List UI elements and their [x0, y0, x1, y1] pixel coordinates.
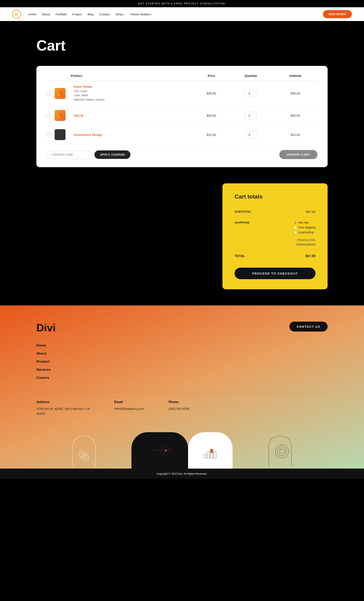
product-name-1: Extra Theme: [74, 85, 194, 88]
col-remove: [47, 74, 55, 81]
nav-cta-button[interactable]: OUR WORK: [323, 10, 352, 18]
page-header: Cart: [0, 21, 364, 66]
product-thumb-1: [55, 88, 66, 99]
qty-input-3[interactable]: [245, 131, 257, 138]
svg-point-12: [166, 450, 166, 451]
footer-nav: Home About Product Services Careers: [36, 343, 328, 380]
cart-actions: APPLY COUPON UPDATE CART: [47, 150, 317, 159]
svg-rect-13: [204, 454, 206, 458]
product-thumb-2: [55, 110, 66, 121]
footer-divider: [36, 392, 328, 392]
product-price-3: $12.00: [194, 125, 228, 144]
total-row: TOTAL $67.00: [235, 250, 315, 262]
footer-phone-block: Phone (255) 352-6258: [169, 400, 190, 416]
total-label: TOTAL: [235, 254, 245, 258]
product-meta-1: Size: smallColor: blackMaterials: leathe…: [74, 89, 194, 102]
nav-portfolio[interactable]: Portfolio: [56, 12, 67, 16]
illustration-4: [233, 432, 328, 469]
phone-heading: Phone: [169, 400, 190, 404]
svg-rect-14: [207, 452, 210, 458]
product-price-1: $35.00: [194, 81, 228, 106]
email-text: hello@diviagency.com: [114, 406, 144, 411]
footer-nav-careers[interactable]: Careers: [36, 376, 328, 380]
cart-table: Product Price Quantity Subtotal ×: [47, 74, 317, 144]
page-title: Cart: [36, 37, 328, 54]
footer-nav-services[interactable]: Services: [36, 368, 328, 372]
cart-row-1: × Extra Theme Size: smallColor: blackMat…: [47, 81, 317, 106]
nav-logo[interactable]: D: [12, 10, 21, 19]
product-name-3: Ecommerce Design: [74, 133, 194, 136]
cart-row-2: × Divi AI $20.00 $20.00: [47, 106, 317, 125]
total-value: $67.00: [305, 254, 315, 258]
shipping-options: Flat rate Free shipping Local pickup: [294, 221, 315, 234]
shipping-flat[interactable]: Flat rate: [294, 221, 315, 224]
footer-nav-home[interactable]: Home: [36, 343, 328, 348]
coupon-input[interactable]: [47, 150, 92, 159]
product-subtotal-3: $12.00: [273, 125, 317, 144]
remove-item-3[interactable]: ×: [47, 132, 52, 137]
update-cart-button[interactable]: UPDATE CART: [279, 150, 317, 159]
nav-left: D Home About Portfolio Project Blog Cont…: [12, 10, 152, 19]
qty-input-2[interactable]: [245, 112, 257, 119]
nav-project[interactable]: Project: [72, 12, 82, 16]
nav-shop[interactable]: Shop: [115, 12, 124, 16]
shipping-free[interactable]: Free shipping: [294, 226, 315, 229]
svg-rect-7: [83, 455, 88, 461]
remove-item-1[interactable]: ×: [47, 91, 52, 96]
svg-point-20: [280, 449, 284, 454]
shipping-label: SHIPPING: [235, 221, 250, 234]
cart-section: Product Price Quantity Subtotal ×: [0, 66, 364, 183]
subtotal-label: SUBTOTAL: [235, 210, 251, 213]
change-address-link[interactable]: Change address: [296, 243, 315, 246]
nav-theme-builder[interactable]: Theme Builder: [130, 12, 152, 16]
footer: Divi CONTACT US Home About Product Servi…: [0, 305, 364, 469]
nav-home[interactable]: Home: [28, 12, 36, 16]
footer-nav-about[interactable]: About: [36, 351, 328, 356]
footer-illustrations: [36, 428, 328, 469]
qty-input-1[interactable]: [245, 90, 257, 97]
cart-totals-section: Cart totals SUBTOTAL $67.00 SHIPPING Fla…: [0, 183, 364, 305]
col-image: [55, 74, 71, 81]
svg-rect-16: [210, 449, 213, 453]
shipping-pickup-radio[interactable]: [294, 231, 297, 234]
svg-rect-1: [59, 91, 62, 95]
illustration-3: [188, 432, 233, 469]
cart-row-3: × Ecommerce Design $12.00 $12.00: [47, 125, 317, 144]
col-price: Price: [194, 74, 228, 81]
svg-rect-17: [213, 452, 216, 458]
product-subtotal-1: $35.00: [273, 81, 317, 106]
product-info-1: Extra Theme Size: smallColor: blackMater…: [71, 85, 194, 102]
col-product: Product: [71, 74, 194, 81]
navigation: D Home About Portfolio Project Blog Cont…: [0, 7, 364, 21]
copyright-bar: Copyright © 2023 Divi. All Rights Reserv…: [0, 469, 364, 479]
product-price-2: $20.00: [194, 106, 228, 125]
footer-email-block: Email hello@diviagency.com: [114, 400, 144, 416]
svg-rect-6: [81, 453, 86, 459]
cart-table-wrapper: Product Price Quantity Subtotal ×: [36, 66, 328, 167]
footer-info: Address 1234 Divi St. #1000, San Francis…: [36, 400, 328, 416]
nav-contact[interactable]: Contact: [99, 12, 110, 16]
shipping-pickup[interactable]: Local pickup: [294, 231, 315, 234]
cart-totals-box: Cart totals SUBTOTAL $67.00 SHIPPING Fla…: [222, 183, 328, 289]
apply-coupon-button[interactable]: APPLY COUPON: [94, 150, 131, 159]
product-thumb-3: [55, 129, 66, 140]
copyright-text: Copyright © 2023 Divi. All Rights Reserv…: [157, 472, 207, 475]
shipping-note: Shipping to CA. Change address: [235, 238, 315, 246]
shipping-flat-radio[interactable]: [294, 221, 297, 224]
illustration-1: [36, 432, 131, 469]
svg-rect-5: [79, 451, 84, 457]
remove-item-2[interactable]: ×: [47, 113, 52, 118]
product-info-2: Divi AI: [71, 114, 194, 117]
email-heading: Email: [114, 400, 144, 404]
coupon-area: APPLY COUPON: [47, 150, 131, 159]
contact-us-button[interactable]: CONTACT US: [289, 322, 328, 331]
svg-point-4: [58, 132, 62, 137]
footer-address-block: Address 1234 Divi St. #1000, San Francis…: [36, 400, 90, 416]
nav-blog[interactable]: Blog: [88, 12, 94, 16]
shipping-free-radio[interactable]: [294, 226, 297, 229]
footer-nav-product[interactable]: Product: [36, 360, 328, 364]
address-text: 1234 Divi St. #1000, San Francisco, CA 9…: [36, 406, 90, 416]
nav-about[interactable]: About: [42, 12, 50, 16]
checkout-button[interactable]: PROCEED TO CHECKOUT: [235, 268, 315, 279]
svg-rect-3: [59, 113, 62, 117]
